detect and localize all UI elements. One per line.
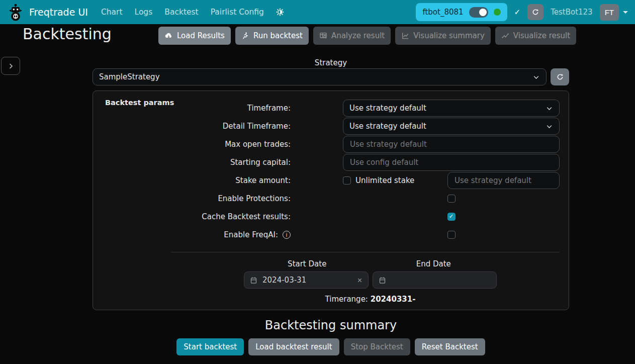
check-icon: ✓ bbox=[449, 214, 454, 220]
strategy-label: Strategy bbox=[93, 58, 569, 67]
enable-freqai-row: Enable FreqAI: i bbox=[102, 226, 560, 244]
timerange-value: 20240331- bbox=[371, 295, 416, 304]
end-date-input[interactable] bbox=[373, 271, 497, 289]
starting-capital-label: Starting capital: bbox=[102, 158, 291, 167]
backtest-params-panel: Backtest params Timeframe: Use strategy … bbox=[93, 90, 569, 310]
clear-start-date-button[interactable]: × bbox=[357, 276, 362, 285]
navbar-right: ftbot_8081 ✓ TestBot123 FT bbox=[416, 3, 628, 21]
panel-title: Backtest params bbox=[105, 99, 174, 107]
enable-protections-checkbox[interactable] bbox=[447, 195, 456, 203]
cache-results-label: Cache Backtest results: bbox=[102, 212, 291, 221]
stake-amount-input[interactable] bbox=[447, 172, 560, 189]
theme-toggle-icon[interactable] bbox=[275, 7, 285, 17]
bot-name: ftbot_8081 bbox=[422, 8, 463, 17]
nav-link-chart[interactable]: Chart bbox=[101, 8, 123, 17]
detail-timeframe-label: Detail Timeframe: bbox=[102, 122, 291, 131]
summary-title: Backtesting summary bbox=[93, 318, 569, 332]
strategy-row: SampleStrategy bbox=[93, 68, 569, 85]
expand-sidebar-button[interactable] bbox=[1, 57, 20, 75]
backtest-setup: Strategy SampleStrategy Backtest params … bbox=[93, 55, 569, 355]
avatar: FT bbox=[600, 4, 619, 21]
enable-freqai-checkbox[interactable] bbox=[447, 231, 456, 239]
unlimited-stake-checkbox[interactable] bbox=[343, 176, 351, 185]
detail-timeframe-select[interactable]: Use strategy default bbox=[343, 118, 560, 135]
chevron-down-icon bbox=[623, 11, 628, 14]
nav-link-logs[interactable]: Logs bbox=[135, 8, 153, 17]
chevron-down-icon bbox=[546, 123, 553, 130]
chevron-right-icon bbox=[7, 62, 15, 70]
backtesting-page: Freqtrade UI Chart Logs Backtest Pairlis… bbox=[0, 0, 635, 364]
run-icon bbox=[241, 32, 249, 40]
line-chart-icon bbox=[401, 32, 409, 40]
timerange-display: Timerange: 20240331- bbox=[244, 295, 497, 304]
start-date-label: Start Date bbox=[244, 259, 371, 268]
cache-results-row: Cache Backtest results: ✓ bbox=[102, 208, 560, 226]
chevron-down-icon bbox=[546, 105, 553, 112]
enable-protections-row: Enable Protections: bbox=[102, 190, 560, 208]
params-form: Timeframe: Use strategy default Detail T… bbox=[93, 91, 569, 244]
freqtrade-robot-logo-icon bbox=[7, 3, 24, 21]
starting-capital-input[interactable] bbox=[343, 154, 560, 171]
max-open-trades-input[interactable] bbox=[343, 136, 560, 153]
starting-capital-row: Starting capital: bbox=[102, 153, 560, 171]
max-open-trades-row: Max open trades: bbox=[102, 135, 560, 153]
end-date-label: End Date bbox=[371, 259, 497, 268]
top-navbar: Freqtrade UI Chart Logs Backtest Pairlis… bbox=[0, 0, 635, 24]
brand[interactable]: Freqtrade UI bbox=[7, 3, 88, 21]
load-backtest-result-button[interactable]: Load backtest result bbox=[248, 338, 339, 355]
bot-toggle[interactable] bbox=[469, 7, 488, 18]
toggle-knob bbox=[479, 9, 487, 16]
detail-timeframe-row: Detail Timeframe: Use strategy default bbox=[102, 117, 560, 135]
load-results-button[interactable]: Load Results bbox=[158, 27, 231, 45]
run-backtest-button[interactable]: Run backtest bbox=[235, 27, 309, 45]
unlimited-stake-option[interactable]: Unlimited stake bbox=[343, 176, 414, 185]
bot-selector[interactable]: ftbot_8081 bbox=[416, 3, 507, 21]
nav-links: Chart Logs Backtest Pairlist Config bbox=[101, 8, 264, 17]
table-search-icon bbox=[319, 32, 327, 40]
divider bbox=[171, 252, 560, 252]
scatter-chart-icon bbox=[501, 32, 509, 40]
nav-link-backtest[interactable]: Backtest bbox=[164, 8, 198, 17]
visualize-summary-button[interactable]: Visualize summary bbox=[395, 27, 491, 45]
analyze-result-button[interactable]: Analyze result bbox=[313, 27, 391, 45]
online-status-dot bbox=[494, 9, 501, 16]
enable-freqai-label: Enable FreqAI: bbox=[224, 230, 278, 239]
calendar-icon bbox=[250, 277, 257, 284]
cloud-download-icon bbox=[164, 32, 173, 40]
stake-amount-label: Stake amount: bbox=[102, 176, 291, 185]
enable-protections-label: Enable Protections: bbox=[102, 194, 291, 203]
page-title: Backtesting bbox=[23, 25, 112, 43]
cache-results-checkbox[interactable]: ✓ bbox=[447, 213, 456, 221]
summary-actions: Start backtest Load backtest result Stop… bbox=[93, 338, 569, 355]
max-open-trades-label: Max open trades: bbox=[102, 140, 291, 149]
refresh-all-button[interactable] bbox=[527, 4, 543, 20]
chevron-down-icon bbox=[532, 73, 540, 81]
stop-backtest-button[interactable]: Stop Backtest bbox=[344, 338, 410, 355]
start-backtest-button[interactable]: Start backtest bbox=[176, 338, 244, 355]
header-actions: Load Results Run backtest Analyze resu bbox=[158, 27, 576, 45]
start-date-input[interactable]: 2024-03-31 × bbox=[244, 271, 369, 289]
brand-title: Freqtrade UI bbox=[29, 7, 88, 18]
nav-link-pairlist-config[interactable]: Pairlist Config bbox=[211, 8, 264, 17]
timerange-section: Start Date End Date 2024-03-31 × bbox=[244, 259, 497, 304]
calendar-icon bbox=[379, 277, 386, 284]
info-icon[interactable]: i bbox=[283, 231, 291, 239]
visualize-result-button[interactable]: Visualize result bbox=[495, 27, 576, 45]
stake-amount-row: Stake amount: Unlimited stake bbox=[102, 171, 560, 190]
check-icon: ✓ bbox=[514, 8, 521, 17]
reset-backtest-button[interactable]: Reset Backtest bbox=[415, 338, 485, 355]
username-label: TestBot123 bbox=[551, 8, 593, 17]
timeframe-select[interactable]: Use strategy default bbox=[343, 100, 560, 117]
start-date-value: 2024-03-31 bbox=[262, 276, 306, 285]
reload-strategies-button[interactable] bbox=[551, 68, 569, 85]
user-menu-button[interactable]: FT bbox=[600, 4, 628, 21]
strategy-select[interactable]: SampleStrategy bbox=[93, 68, 547, 85]
